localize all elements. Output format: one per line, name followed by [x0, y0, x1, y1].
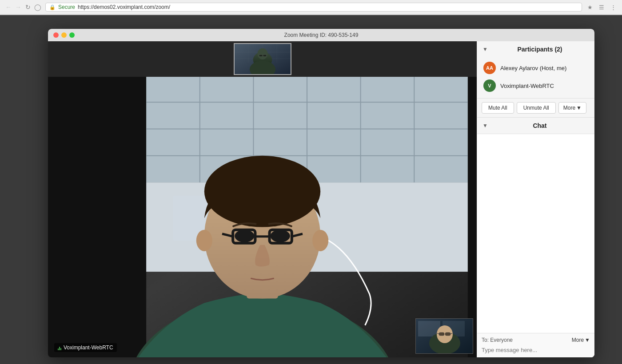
chat-to-label: To: Everyone — [482, 337, 513, 343]
chat-input[interactable] — [482, 347, 590, 353]
participant-name-voximplant: Voximplant-WebRTC — [500, 83, 554, 89]
secure-lock-icon: 🔒 — [49, 4, 56, 10]
thumbnail-strip — [48, 41, 477, 77]
forward-button[interactable]: → — [14, 3, 22, 11]
bookmark-icon[interactable]: ★ — [586, 3, 594, 12]
audio-bars — [58, 345, 61, 350]
mute-all-button[interactable]: Mute All — [482, 102, 514, 114]
self-view — [415, 318, 473, 354]
browser-nav-buttons: ← → ↻ ◯ — [4, 3, 42, 11]
svg-rect-9 — [263, 55, 266, 56]
participants-chevron-icon: ▼ — [482, 46, 488, 52]
participants-header[interactable]: ▼ Participants (2) — [477, 41, 594, 57]
chat-more-button[interactable]: More ▼ — [572, 337, 590, 343]
list-item: AA Alexey Aylarov (Host, me) — [477, 59, 594, 77]
maximize-button[interactable] — [69, 32, 75, 38]
participant-name-label: Voximplant-WebRTC — [54, 343, 117, 352]
right-panel: ▼ Participants (2) AA Alexey Aylarov (Ho… — [477, 41, 594, 357]
participant-thumbnail[interactable] — [234, 43, 291, 75]
audio-bar-2 — [59, 347, 60, 350]
svg-point-29 — [196, 230, 212, 251]
window-title: Zoom Meeting ID: 490-535-149 — [284, 32, 359, 38]
chat-input-area: To: Everyone More ▼ — [477, 333, 594, 357]
back-button[interactable]: ← — [4, 3, 12, 11]
address-bar[interactable]: 🔒 Secure https://demos02.voximplant.com/… — [45, 3, 582, 12]
chat-header[interactable]: ▼ Chat — [477, 118, 594, 134]
self-view-svg — [416, 319, 473, 354]
audio-bar-1 — [58, 348, 59, 350]
more-chevron-icon: ▼ — [576, 105, 582, 111]
chat-more-label: More — [572, 337, 584, 343]
more-label: More — [563, 105, 575, 111]
unmute-all-button[interactable]: Unmute All — [517, 102, 556, 114]
browser-toolbar: ← → ↻ ◯ 🔒 Secure https://demos02.voximpl… — [0, 0, 622, 15]
video-area: Voximplant-WebRTC — [48, 41, 477, 357]
browser-actions: ★ ☰ ⋮ — [586, 3, 618, 12]
avatar-voximplant: V — [483, 79, 496, 92]
list-item: V Voximplant-WebRTC — [477, 77, 594, 95]
minimize-button[interactable] — [61, 32, 67, 38]
svg-rect-44 — [439, 332, 444, 336]
svg-point-31 — [235, 230, 254, 242]
main-video-svg — [48, 77, 477, 357]
avatar-initials-v: V — [488, 83, 491, 88]
main-video: Voximplant-WebRTC — [48, 77, 477, 357]
main-content: Voximplant-WebRTC — [48, 41, 594, 357]
chat-to-row: To: Everyone More ▼ — [482, 337, 590, 343]
chat-more-chevron-icon: ▼ — [585, 337, 590, 343]
svg-rect-45 — [445, 332, 451, 336]
thumbnail-svg — [235, 43, 291, 75]
participants-title: Participants (2) — [490, 46, 589, 53]
chat-chevron-icon: ▼ — [482, 123, 488, 129]
window-controls — [53, 32, 75, 38]
extensions-icon[interactable]: ☰ — [597, 3, 606, 12]
svg-point-7 — [257, 48, 267, 59]
svg-point-32 — [271, 230, 290, 242]
participant-list: AA Alexey Aylarov (Host, me) V Voximplan… — [477, 57, 594, 98]
svg-rect-38 — [468, 77, 477, 357]
svg-rect-8 — [259, 55, 263, 56]
secure-label: Secure — [58, 4, 75, 10]
close-button[interactable] — [53, 32, 59, 38]
audio-bar-3 — [60, 348, 61, 350]
svg-point-30 — [312, 230, 328, 251]
chat-title: Chat — [490, 122, 589, 129]
participants-more-button[interactable]: More ▼ — [558, 102, 586, 114]
reload-button[interactable]: ↻ — [24, 3, 32, 11]
url-text: https://demos02.voximplant.com/zoom/ — [78, 4, 170, 10]
settings-icon[interactable]: ⋮ — [609, 3, 618, 12]
app-window: Zoom Meeting ID: 490-535-149 — [48, 29, 594, 357]
chat-messages — [477, 134, 594, 333]
avatar-initials: AA — [486, 65, 493, 71]
participants-section: ▼ Participants (2) AA Alexey Aylarov (Ho… — [477, 41, 594, 118]
title-bar: Zoom Meeting ID: 490-535-149 — [48, 29, 594, 41]
participants-actions: Mute All Unmute All More ▼ — [477, 98, 594, 117]
browser-chrome: ← → ↻ ◯ 🔒 Secure https://demos02.voximpl… — [0, 0, 622, 15]
participant-name-alexey: Alexey Aylarov (Host, me) — [500, 65, 566, 71]
chat-section: ▼ Chat To: Everyone More ▼ — [477, 118, 594, 357]
video-participant-name: Voximplant-WebRTC — [64, 344, 113, 351]
svg-rect-12 — [48, 77, 146, 357]
home-button[interactable]: ◯ — [34, 3, 42, 11]
avatar-alexey: AA — [483, 62, 496, 74]
thumbnail-video — [235, 44, 291, 74]
